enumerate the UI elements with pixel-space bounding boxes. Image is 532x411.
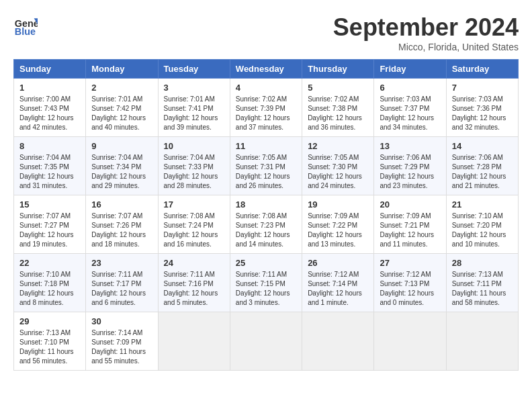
calendar-week-row: 15Sunrise: 7:07 AM Sunset: 7:27 PM Dayli… bbox=[14, 195, 519, 254]
day-number: 1 bbox=[19, 83, 80, 93]
day-number: 15 bbox=[19, 199, 80, 210]
cell-info: Sunrise: 7:06 AM Sunset: 7:29 PM Dayligh… bbox=[380, 153, 440, 191]
calendar-body: 1Sunrise: 7:00 AM Sunset: 7:43 PM Daylig… bbox=[14, 79, 519, 371]
calendar-cell: 28Sunrise: 7:13 AM Sunset: 7:11 PM Dayli… bbox=[446, 254, 518, 312]
logo-icon: General Blue bbox=[13, 13, 38, 38]
calendar-cell: 9Sunrise: 7:04 AM Sunset: 7:34 PM Daylig… bbox=[86, 137, 158, 195]
day-number: 13 bbox=[380, 141, 440, 151]
cell-info: Sunrise: 7:12 AM Sunset: 7:13 PM Dayligh… bbox=[380, 270, 440, 308]
calendar-cell: 16Sunrise: 7:07 AM Sunset: 7:26 PM Dayli… bbox=[86, 195, 158, 254]
cell-info: Sunrise: 7:13 AM Sunset: 7:11 PM Dayligh… bbox=[452, 270, 513, 308]
calendar-header-row: SundayMondayTuesdayWednesdayThursdayFrid… bbox=[14, 60, 519, 79]
calendar-cell bbox=[446, 312, 518, 371]
day-number: 9 bbox=[91, 141, 152, 151]
calendar-cell bbox=[230, 312, 302, 371]
column-header-tuesday: Tuesday bbox=[158, 60, 230, 79]
calendar-cell: 26Sunrise: 7:12 AM Sunset: 7:14 PM Dayli… bbox=[302, 254, 374, 312]
calendar-cell: 3Sunrise: 7:01 AM Sunset: 7:41 PM Daylig… bbox=[158, 79, 230, 137]
calendar-cell: 15Sunrise: 7:07 AM Sunset: 7:27 PM Dayli… bbox=[14, 195, 86, 254]
cell-info: Sunrise: 7:07 AM Sunset: 7:26 PM Dayligh… bbox=[91, 212, 152, 249]
day-number: 16 bbox=[91, 199, 152, 210]
calendar-week-row: 1Sunrise: 7:00 AM Sunset: 7:43 PM Daylig… bbox=[14, 79, 519, 137]
calendar-cell: 30Sunrise: 7:14 AM Sunset: 7:09 PM Dayli… bbox=[86, 312, 158, 371]
calendar-cell: 21Sunrise: 7:10 AM Sunset: 7:20 PM Dayli… bbox=[446, 195, 518, 254]
calendar-table: SundayMondayTuesdayWednesdayThursdayFrid… bbox=[13, 59, 519, 371]
calendar-cell: 11Sunrise: 7:05 AM Sunset: 7:31 PM Dayli… bbox=[230, 137, 302, 195]
cell-info: Sunrise: 7:05 AM Sunset: 7:31 PM Dayligh… bbox=[236, 153, 296, 191]
calendar-cell bbox=[158, 312, 230, 371]
location-title: Micco, Florida, United States bbox=[333, 42, 519, 52]
title-area: September 2024 Micco, Florida, United St… bbox=[333, 13, 519, 52]
day-number: 20 bbox=[380, 199, 440, 210]
column-header-saturday: Saturday bbox=[446, 60, 518, 79]
day-number: 22 bbox=[19, 258, 80, 268]
column-header-wednesday: Wednesday bbox=[230, 60, 302, 79]
calendar-week-row: 22Sunrise: 7:10 AM Sunset: 7:18 PM Dayli… bbox=[14, 254, 519, 312]
day-number: 30 bbox=[91, 316, 152, 326]
column-header-monday: Monday bbox=[86, 60, 158, 79]
day-number: 21 bbox=[452, 199, 513, 210]
day-number: 18 bbox=[236, 199, 296, 210]
cell-info: Sunrise: 7:03 AM Sunset: 7:36 PM Dayligh… bbox=[452, 95, 513, 132]
cell-info: Sunrise: 7:07 AM Sunset: 7:27 PM Dayligh… bbox=[19, 212, 80, 249]
day-number: 7 bbox=[452, 83, 513, 93]
day-number: 28 bbox=[452, 258, 513, 268]
day-number: 29 bbox=[19, 316, 80, 326]
cell-info: Sunrise: 7:09 AM Sunset: 7:22 PM Dayligh… bbox=[308, 212, 368, 249]
cell-info: Sunrise: 7:04 AM Sunset: 7:35 PM Dayligh… bbox=[19, 153, 80, 191]
day-number: 8 bbox=[19, 141, 80, 151]
day-number: 11 bbox=[236, 141, 296, 151]
day-number: 2 bbox=[91, 83, 152, 93]
calendar-cell: 4Sunrise: 7:02 AM Sunset: 7:39 PM Daylig… bbox=[230, 79, 302, 137]
cell-info: Sunrise: 7:10 AM Sunset: 7:20 PM Dayligh… bbox=[452, 212, 513, 249]
day-number: 6 bbox=[380, 83, 440, 93]
column-header-thursday: Thursday bbox=[302, 60, 374, 79]
calendar-cell: 22Sunrise: 7:10 AM Sunset: 7:18 PM Dayli… bbox=[14, 254, 86, 312]
cell-info: Sunrise: 7:10 AM Sunset: 7:18 PM Dayligh… bbox=[19, 270, 80, 308]
calendar-cell: 7Sunrise: 7:03 AM Sunset: 7:36 PM Daylig… bbox=[446, 79, 518, 137]
calendar-cell: 24Sunrise: 7:11 AM Sunset: 7:16 PM Dayli… bbox=[158, 254, 230, 312]
cell-info: Sunrise: 7:01 AM Sunset: 7:41 PM Dayligh… bbox=[164, 95, 224, 132]
calendar-cell: 27Sunrise: 7:12 AM Sunset: 7:13 PM Dayli… bbox=[374, 254, 446, 312]
svg-text:Blue: Blue bbox=[15, 26, 36, 37]
cell-info: Sunrise: 7:02 AM Sunset: 7:38 PM Dayligh… bbox=[308, 95, 368, 132]
cell-info: Sunrise: 7:11 AM Sunset: 7:16 PM Dayligh… bbox=[164, 270, 224, 308]
calendar-cell: 19Sunrise: 7:09 AM Sunset: 7:22 PM Dayli… bbox=[302, 195, 374, 254]
cell-info: Sunrise: 7:00 AM Sunset: 7:43 PM Dayligh… bbox=[19, 95, 80, 132]
day-number: 12 bbox=[308, 141, 368, 151]
calendar-cell: 10Sunrise: 7:04 AM Sunset: 7:33 PM Dayli… bbox=[158, 137, 230, 195]
day-number: 17 bbox=[164, 199, 224, 210]
day-number: 4 bbox=[236, 83, 296, 93]
calendar-cell: 25Sunrise: 7:11 AM Sunset: 7:15 PM Dayli… bbox=[230, 254, 302, 312]
calendar-cell: 29Sunrise: 7:13 AM Sunset: 7:10 PM Dayli… bbox=[14, 312, 86, 371]
calendar-cell: 2Sunrise: 7:01 AM Sunset: 7:42 PM Daylig… bbox=[86, 79, 158, 137]
cell-info: Sunrise: 7:04 AM Sunset: 7:34 PM Dayligh… bbox=[91, 153, 152, 191]
column-header-friday: Friday bbox=[374, 60, 446, 79]
day-number: 26 bbox=[308, 258, 368, 268]
day-number: 10 bbox=[164, 141, 224, 151]
day-number: 23 bbox=[91, 258, 152, 268]
cell-info: Sunrise: 7:02 AM Sunset: 7:39 PM Dayligh… bbox=[236, 95, 296, 132]
calendar-cell: 1Sunrise: 7:00 AM Sunset: 7:43 PM Daylig… bbox=[14, 79, 86, 137]
day-number: 24 bbox=[164, 258, 224, 268]
calendar-cell: 13Sunrise: 7:06 AM Sunset: 7:29 PM Dayli… bbox=[374, 137, 446, 195]
day-number: 27 bbox=[380, 258, 440, 268]
cell-info: Sunrise: 7:06 AM Sunset: 7:28 PM Dayligh… bbox=[452, 153, 513, 191]
column-header-sunday: Sunday bbox=[14, 60, 86, 79]
calendar-cell: 23Sunrise: 7:11 AM Sunset: 7:17 PM Dayli… bbox=[86, 254, 158, 312]
day-number: 5 bbox=[308, 83, 368, 93]
calendar-cell: 5Sunrise: 7:02 AM Sunset: 7:38 PM Daylig… bbox=[302, 79, 374, 137]
cell-info: Sunrise: 7:08 AM Sunset: 7:24 PM Dayligh… bbox=[164, 212, 224, 249]
cell-info: Sunrise: 7:04 AM Sunset: 7:33 PM Dayligh… bbox=[164, 153, 224, 191]
calendar-cell bbox=[302, 312, 374, 371]
cell-info: Sunrise: 7:08 AM Sunset: 7:23 PM Dayligh… bbox=[236, 212, 296, 249]
day-number: 14 bbox=[452, 141, 513, 151]
calendar-cell: 14Sunrise: 7:06 AM Sunset: 7:28 PM Dayli… bbox=[446, 137, 518, 195]
calendar-cell: 6Sunrise: 7:03 AM Sunset: 7:37 PM Daylig… bbox=[374, 79, 446, 137]
cell-info: Sunrise: 7:05 AM Sunset: 7:30 PM Dayligh… bbox=[308, 153, 368, 191]
calendar-cell: 18Sunrise: 7:08 AM Sunset: 7:23 PM Dayli… bbox=[230, 195, 302, 254]
calendar-cell bbox=[374, 312, 446, 371]
cell-info: Sunrise: 7:12 AM Sunset: 7:14 PM Dayligh… bbox=[308, 270, 368, 308]
logo: General Blue bbox=[13, 13, 38, 38]
cell-info: Sunrise: 7:13 AM Sunset: 7:10 PM Dayligh… bbox=[19, 328, 80, 366]
